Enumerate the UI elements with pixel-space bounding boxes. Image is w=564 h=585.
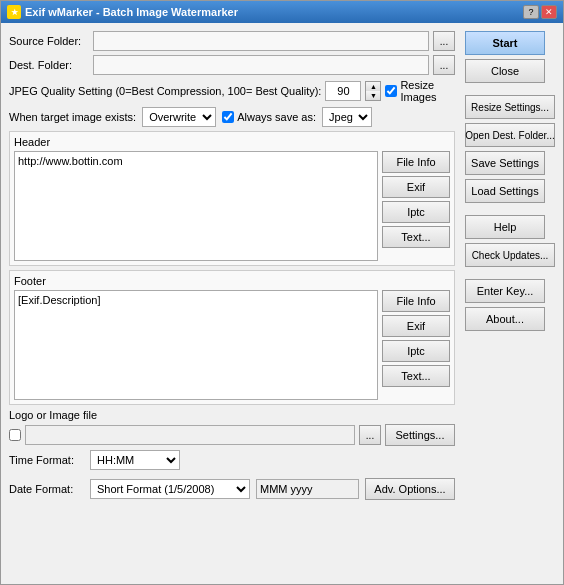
source-folder-label: Source Folder:	[9, 35, 89, 47]
date-format-select[interactable]: Short Format (1/5/2008) Long Format ISO …	[90, 479, 250, 499]
header-exif-btn[interactable]: Exif	[382, 176, 450, 198]
logo-section: Logo or Image file ... Settings...	[9, 409, 455, 446]
always-save-checkbox[interactable]	[222, 111, 234, 123]
time-format-select[interactable]: HH:MM HH:MM:SS H:MM	[90, 450, 180, 470]
header-textarea[interactable]: http://www.bottin.com	[14, 151, 378, 261]
always-save-text: Always save as:	[237, 111, 316, 123]
resize-images-checkbox[interactable]	[385, 85, 397, 97]
start-button[interactable]: Start	[465, 31, 545, 55]
header-file-info-btn[interactable]: File Info	[382, 151, 450, 173]
dest-folder-row: Dest. Folder: ...	[9, 55, 455, 75]
title-bar: ★ Exif wMarker - Batch Image Watermarker…	[1, 1, 563, 23]
title-bar-controls: ? ✕	[523, 5, 557, 19]
adv-options-btn[interactable]: Adv. Options...	[365, 478, 455, 500]
always-save-label: Always save as:	[222, 111, 316, 123]
footer-iptc-btn[interactable]: Iptc	[382, 340, 450, 362]
dest-folder-label: Dest. Folder:	[9, 59, 89, 71]
date-format-custom-input[interactable]	[256, 479, 359, 499]
save-format-select[interactable]: Jpeg PNG BMP	[322, 107, 372, 127]
logo-section-label: Logo or Image file	[9, 409, 455, 421]
header-textarea-wrapper: http://www.bottin.com	[14, 151, 378, 261]
footer-section-content: [Exif.Description] File Info Exif Iptc T…	[14, 290, 450, 400]
app-icon: ★	[7, 5, 21, 19]
header-section-label: Header	[14, 136, 450, 148]
help-button[interactable]: Help	[465, 215, 545, 239]
header-buttons: File Info Exif Iptc Text...	[382, 151, 450, 261]
load-settings-button[interactable]: Load Settings	[465, 179, 545, 203]
footer-text-btn[interactable]: Text...	[382, 365, 450, 387]
when-target-select[interactable]: Overwrite Skip Rename	[142, 107, 216, 127]
date-format-label: Date Format:	[9, 483, 84, 495]
footer-textarea[interactable]: [Exif.Description]	[14, 290, 378, 400]
header-iptc-btn[interactable]: Iptc	[382, 201, 450, 223]
resize-images-text: Resize Images	[400, 79, 455, 103]
open-dest-button[interactable]: Open Dest. Folder...	[465, 123, 555, 147]
time-format-label: Time Format:	[9, 454, 84, 466]
logo-row: ... Settings...	[9, 424, 455, 446]
resize-images-label: Resize Images	[385, 79, 455, 103]
footer-exif-btn[interactable]: Exif	[382, 315, 450, 337]
logo-checkbox[interactable]	[9, 429, 21, 441]
logo-browse-btn[interactable]: ...	[359, 425, 381, 445]
header-section-content: http://www.bottin.com File Info Exif Ipt…	[14, 151, 450, 261]
resize-settings-button[interactable]: Resize Settings...	[465, 95, 555, 119]
header-section: Header http://www.bottin.com File Info E…	[9, 131, 455, 266]
dest-folder-browse[interactable]: ...	[433, 55, 455, 75]
footer-buttons: File Info Exif Iptc Text...	[382, 290, 450, 400]
source-folder-input[interactable]	[93, 31, 429, 51]
window-title: Exif wMarker - Batch Image Watermarker	[25, 6, 238, 18]
close-button[interactable]: Close	[465, 59, 545, 83]
quality-spinner: ▲ ▼	[365, 81, 381, 101]
footer-section-label: Footer	[14, 275, 450, 287]
jpeg-quality-row: JPEG Quality Setting (0=Best Compression…	[9, 79, 455, 103]
help-title-button[interactable]: ?	[523, 5, 539, 19]
jpeg-quality-label: JPEG Quality Setting (0=Best Compression…	[9, 85, 321, 97]
footer-textarea-wrapper: [Exif.Description]	[14, 290, 378, 400]
options-row: When target image exists: Overwrite Skip…	[9, 107, 455, 127]
check-updates-button[interactable]: Check Updates...	[465, 243, 555, 267]
about-button[interactable]: About...	[465, 307, 545, 331]
source-folder-browse[interactable]: ...	[433, 31, 455, 51]
logo-file-input[interactable]	[25, 425, 355, 445]
when-target-label: When target image exists:	[9, 111, 136, 123]
quality-spin-up[interactable]: ▲	[366, 82, 380, 91]
jpeg-quality-input[interactable]	[325, 81, 361, 101]
main-window: ★ Exif wMarker - Batch Image Watermarker…	[0, 0, 564, 585]
side-buttons-panel: Start Close Resize Settings... Open Dest…	[465, 31, 555, 576]
source-folder-row: Source Folder: ...	[9, 31, 455, 51]
time-format-row: Time Format: HH:MM HH:MM:SS H:MM	[9, 450, 455, 470]
close-title-button[interactable]: ✕	[541, 5, 557, 19]
footer-section: Footer [Exif.Description] File Info Exif…	[9, 270, 455, 405]
logo-settings-btn[interactable]: Settings...	[385, 424, 455, 446]
header-text-btn[interactable]: Text...	[382, 226, 450, 248]
quality-spin-down[interactable]: ▼	[366, 91, 380, 100]
date-format-row: Date Format: Short Format (1/5/2008) Lon…	[9, 478, 455, 500]
save-settings-button[interactable]: Save Settings	[465, 151, 545, 175]
enter-key-button[interactable]: Enter Key...	[465, 279, 545, 303]
title-bar-left: ★ Exif wMarker - Batch Image Watermarker	[7, 5, 238, 19]
dest-folder-input[interactable]	[93, 55, 429, 75]
footer-file-info-btn[interactable]: File Info	[382, 290, 450, 312]
main-content: Source Folder: ... Dest. Folder: ... JPE…	[1, 23, 563, 584]
